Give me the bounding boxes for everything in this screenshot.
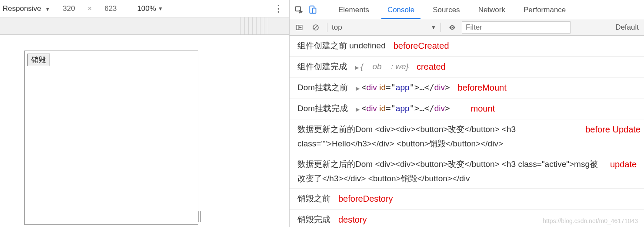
log-message: Dom挂载之前 (297, 80, 348, 95)
log-annotation: beforeDestory (338, 191, 393, 207)
watermark: https://blog.csdn.net/m0_46171043 (543, 217, 638, 224)
clear-console-icon[interactable] (309, 20, 323, 34)
expand-arrow-icon[interactable]: ▶ (355, 64, 359, 71)
breakpoint-ruler[interactable] (0, 17, 289, 35)
console-row: 组件创建完成 ▶{__ob__: we} created (290, 57, 644, 78)
resize-handle-icon[interactable]: ‖ (197, 210, 202, 222)
tab-performance[interactable]: Performance (515, 1, 574, 19)
device-toolbar: Responsive ▼ × 100% ▼ ⋮ (0, 0, 289, 17)
tab-console[interactable]: Console (379, 1, 423, 19)
device-toggle-icon[interactable] (306, 3, 319, 16)
svg-rect-2 (313, 8, 316, 14)
responsive-label: Responsive (3, 4, 41, 13)
live-expression-icon[interactable] (445, 20, 459, 34)
console-row: 数据更新之后的Dom <div><div><button>改变</button>… (290, 154, 644, 189)
zoom-dropdown[interactable]: 100% ▼ (137, 4, 163, 13)
svg-line-7 (314, 26, 317, 29)
height-input[interactable] (96, 3, 125, 14)
console-toolbar: top ▼ Default (290, 19, 644, 36)
destroy-button[interactable]: 销毁 (27, 54, 50, 66)
log-annotation: beforeMount (458, 80, 507, 95)
log-message: Dom挂载完成 (297, 101, 348, 115)
device-viewport: 销毁 ‖ (0, 35, 289, 227)
log-annotation: created (417, 59, 446, 75)
chevron-down-icon: ▼ (158, 6, 163, 12)
console-row: 组件创建之前 undefined beforeCreated (290, 36, 644, 57)
svg-point-8 (452, 27, 453, 28)
log-message: 数据更新之前的Dom <div><div><button>改变</button>… (297, 122, 577, 151)
tab-elements[interactable]: Elements (330, 1, 378, 19)
console-row: Dom挂载之前 ▶<div id="app">…</div> beforeMou… (290, 78, 644, 98)
expand-arrow-icon[interactable]: ▶ (356, 85, 360, 91)
context-label: top (332, 23, 342, 32)
separator (440, 23, 441, 32)
svg-rect-0 (296, 7, 301, 11)
width-input[interactable] (54, 3, 83, 14)
log-annotation: before Update (585, 122, 641, 137)
device-emulation-panel: Responsive ▼ × 100% ▼ ⋮ 销毁 ‖ (0, 0, 290, 227)
log-html[interactable]: ▶<div id="app">…</div> (356, 101, 450, 115)
log-annotation: beforeCreated (394, 38, 449, 54)
console-row: 数据更新之前的Dom <div><div><button>改变</button>… (290, 119, 644, 154)
kebab-menu-icon[interactable]: ⋮ (269, 3, 287, 14)
context-selector[interactable]: top ▼ (332, 23, 436, 32)
separator (327, 23, 327, 32)
console-output: 组件创建之前 undefined beforeCreated 组件创建完成 ▶{… (290, 36, 644, 227)
expand-arrow-icon[interactable]: ▶ (356, 106, 360, 112)
log-message: 组件创建之前 undefined (297, 38, 386, 53)
chevron-down-icon: ▼ (431, 24, 436, 30)
levels-dropdown[interactable]: Default (615, 23, 641, 32)
devtools-panel: Elements Console Sources Network Perform… (290, 0, 644, 227)
log-object[interactable]: ▶{__ob__: we} (355, 59, 409, 74)
devtools-tabbar: Elements Console Sources Network Perform… (290, 0, 644, 19)
log-message: 组件创建完成 (297, 59, 347, 74)
dimension-separator: × (87, 4, 92, 13)
console-sidebar-toggle-icon[interactable] (292, 20, 306, 34)
chevron-down-icon: ▼ (45, 6, 50, 12)
filter-input[interactable] (462, 21, 571, 34)
tab-sources[interactable]: Sources (424, 1, 468, 19)
app-frame: 销毁 (24, 51, 198, 225)
console-row: Dom挂载完成 ▶<div id="app">…</div> mount (290, 98, 644, 119)
inspect-icon[interactable] (292, 3, 305, 16)
svg-marker-5 (299, 27, 301, 28)
log-message: 销毁之前 (297, 191, 330, 206)
log-message: 数据更新之后的Dom <div><div><button>改变</button>… (297, 157, 602, 186)
log-message: 销毁完成 (297, 212, 330, 227)
log-annotation: update (610, 157, 641, 172)
zoom-label: 100% (137, 4, 156, 13)
console-row: 销毁之前 beforeDestory (290, 189, 644, 210)
responsive-dropdown[interactable]: Responsive ▼ (3, 4, 50, 13)
log-annotation: destory (338, 212, 367, 227)
log-annotation: mount (471, 101, 495, 116)
log-html[interactable]: ▶<div id="app">…</div> (356, 80, 450, 95)
tab-network[interactable]: Network (470, 1, 514, 19)
